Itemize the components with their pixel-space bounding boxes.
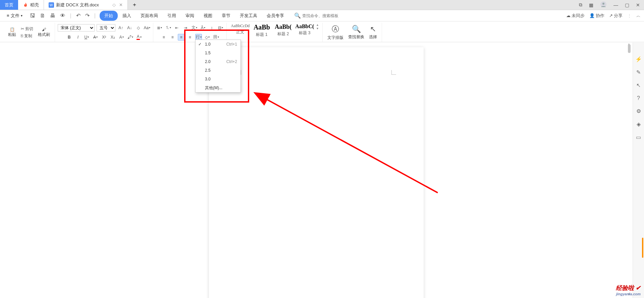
close-button[interactable]: ✕ bbox=[635, 2, 641, 8]
scroll-thumb[interactable] bbox=[628, 44, 631, 53]
sidebar-cursor-icon[interactable]: ↖ bbox=[636, 82, 641, 88]
align-justify-icon[interactable]: ≡ bbox=[186, 34, 193, 41]
italic-icon[interactable]: I bbox=[74, 34, 81, 41]
decrease-indent-icon[interactable]: ⇤ bbox=[173, 24, 180, 31]
style-h2[interactable]: AaBb(标题 2 bbox=[272, 23, 294, 37]
collab-button[interactable]: 👤 协作 bbox=[589, 13, 604, 19]
line-spacing-2-5[interactable]: 2.5 bbox=[196, 66, 240, 75]
text-layout-button[interactable]: Ⓐ文字排版 bbox=[325, 24, 345, 41]
apps-icon[interactable]: ▦ bbox=[588, 2, 595, 8]
ribbon-tab-review[interactable]: 审阅 bbox=[181, 11, 199, 21]
sidebar-page-icon[interactable]: ▭ bbox=[636, 134, 641, 140]
word-icon: W bbox=[49, 2, 54, 8]
styles-up-icon[interactable]: ▴ bbox=[317, 23, 318, 26]
copy-button[interactable]: ⎘ 复制 bbox=[21, 33, 33, 39]
style-h3-preview: AaBbC( bbox=[294, 23, 315, 29]
command-search[interactable]: 🔍 bbox=[294, 12, 356, 19]
style-normal-preview: AaBbCcDd bbox=[229, 23, 251, 28]
styles-down-icon[interactable]: ▾ bbox=[317, 26, 318, 30]
tab-home[interactable]: 首页 bbox=[0, 0, 18, 10]
sidebar-help-icon[interactable]: ? bbox=[637, 95, 640, 101]
tab-close-icon[interactable]: ✕ bbox=[119, 2, 123, 7]
align-right-icon[interactable]: ≡ bbox=[178, 34, 184, 41]
share-label: 分享 bbox=[614, 13, 623, 19]
font-size-select[interactable]: 五号 bbox=[97, 24, 115, 32]
increase-indent-icon[interactable]: ⇥ bbox=[182, 24, 189, 31]
save-as-icon[interactable]: 🗎 bbox=[39, 12, 47, 19]
style-normal[interactable]: AaBbCcDd正文 bbox=[229, 23, 251, 35]
redo-icon[interactable]: ↷ bbox=[84, 12, 91, 19]
align-left-icon[interactable]: ≡ bbox=[160, 34, 167, 41]
watermark-url: jingyanla.com bbox=[616, 292, 641, 296]
sidebar-diamond-icon[interactable]: ◈ bbox=[637, 121, 641, 127]
menu-right-actions: ☁ 未同步 👤 协作 ↗ 分享 ⋮ ︿ bbox=[566, 13, 641, 19]
ribbon-tab-references[interactable]: 引用 bbox=[163, 11, 181, 21]
vertical-scrollbar[interactable]: ▲ ▼ bbox=[628, 43, 631, 297]
sync-button[interactable]: ☁ 未同步 bbox=[566, 13, 585, 19]
sidebar-settings-icon[interactable]: ⚙ bbox=[636, 108, 641, 114]
ribbon-tab-chapter[interactable]: 章节 bbox=[217, 11, 235, 21]
ribbon-tab-view[interactable]: 视图 bbox=[199, 11, 217, 21]
underline-icon[interactable]: U bbox=[83, 34, 90, 41]
style-normal-label: 正文 bbox=[229, 29, 251, 35]
avatar-icon[interactable] bbox=[599, 1, 608, 9]
undo-icon[interactable]: ↶ bbox=[75, 12, 82, 19]
ribbon-tab-vip[interactable]: 会员专享 bbox=[262, 11, 289, 21]
search-input[interactable] bbox=[302, 13, 356, 18]
cut-button[interactable]: ✂ 剪切 bbox=[21, 26, 33, 32]
decrease-font-icon[interactable]: A↓ bbox=[126, 24, 133, 31]
tab-document[interactable]: W 新建 DOCX 文档.docx ◇ ✕ bbox=[44, 0, 128, 10]
sidebar-pencil-icon[interactable]: ✎ bbox=[636, 69, 641, 75]
format-brush-button[interactable]: 🖌 格式刷 bbox=[36, 27, 52, 38]
layout-icon[interactable]: ⧉ bbox=[578, 2, 584, 8]
font-color-icon[interactable]: A bbox=[136, 34, 142, 41]
numbering-icon[interactable]: ⒈ bbox=[165, 24, 171, 31]
ribbon-tab-layout[interactable]: 页面布局 bbox=[136, 11, 163, 21]
alignment-group-icon[interactable]: Ā bbox=[200, 24, 206, 31]
maximize-button[interactable]: ▢ bbox=[624, 2, 631, 8]
print-icon[interactable]: 🖶 bbox=[49, 12, 57, 19]
file-menu[interactable]: ≡ 文件 ▾ bbox=[3, 13, 26, 19]
highlight-icon[interactable]: 🖍 bbox=[127, 34, 133, 41]
bullets-icon[interactable]: ≣ bbox=[156, 24, 163, 31]
tab-docke[interactable]: 稻壳 bbox=[18, 0, 44, 10]
collapse-ribbon-icon[interactable]: ︿ bbox=[636, 13, 641, 19]
save-icon[interactable]: 🖫 bbox=[29, 12, 37, 19]
tab-actions-icon[interactable]: ◇ bbox=[112, 2, 116, 7]
tabs-icon[interactable]: ⊟ bbox=[217, 24, 224, 31]
style-h3[interactable]: AaBbC(标题 3 bbox=[294, 23, 315, 36]
line-spacing-1[interactable]: ✓1.0Ctrl+1 bbox=[196, 40, 240, 49]
line-spacing-2[interactable]: 2.0Ctrl+2 bbox=[196, 57, 240, 66]
subscript-icon[interactable]: X₂ bbox=[109, 34, 116, 41]
text-direction-icon[interactable]: 文 bbox=[191, 24, 198, 31]
share-button[interactable]: ↗ 分享 bbox=[609, 13, 623, 19]
preview-icon[interactable]: 👁 bbox=[59, 12, 67, 19]
style-h1[interactable]: AaBb标题 1 bbox=[251, 23, 272, 38]
select-button[interactable]: ↖选择 bbox=[367, 25, 379, 40]
superscript-icon[interactable]: X² bbox=[101, 34, 107, 41]
strike-icon[interactable]: A̶ bbox=[92, 34, 99, 41]
paste-button[interactable]: 📋 粘贴 bbox=[6, 27, 18, 38]
ribbon-tab-start[interactable]: 开始 bbox=[100, 11, 118, 21]
bold-icon[interactable]: B bbox=[66, 34, 72, 41]
watermark-check-icon: ✔ bbox=[636, 285, 641, 291]
align-center-icon[interactable]: ≡ bbox=[169, 34, 176, 41]
ribbon-tab-dev[interactable]: 开发工具 bbox=[235, 11, 262, 21]
collab-label: 协作 bbox=[596, 13, 604, 19]
tab-home-label: 首页 bbox=[5, 2, 13, 8]
clear-format-icon[interactable]: ◇ bbox=[135, 24, 142, 31]
line-height-btn-icon[interactable]: ↕ bbox=[208, 24, 215, 31]
line-spacing-other[interactable]: 其他(M)... bbox=[196, 83, 240, 92]
ribbon-tab-insert[interactable]: 插入 bbox=[118, 11, 136, 21]
text-effect-icon[interactable]: A bbox=[118, 34, 125, 41]
document-page[interactable] bbox=[209, 47, 424, 298]
increase-font-icon[interactable]: A↑ bbox=[117, 24, 124, 31]
change-case-icon[interactable]: Aa bbox=[144, 24, 150, 31]
line-spacing-1-5[interactable]: 1.5 bbox=[196, 49, 240, 57]
tab-add-button[interactable]: ＋ bbox=[128, 1, 141, 8]
font-name-select[interactable]: 宋体 (正文) bbox=[58, 24, 95, 32]
minimize-button[interactable]: — bbox=[612, 2, 620, 8]
sidebar-rocket-icon[interactable]: ⚡ bbox=[635, 56, 642, 62]
line-spacing-3[interactable]: 3.0 bbox=[196, 75, 240, 83]
find-replace-button[interactable]: 🔍查找替换 bbox=[346, 25, 366, 40]
